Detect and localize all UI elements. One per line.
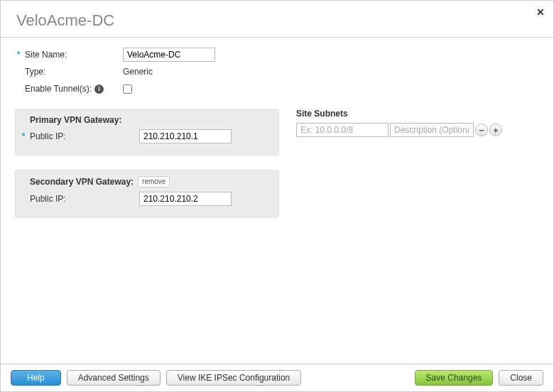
primary-ip-row: * Public IP: — [16, 129, 273, 143]
site-name-label: Site Name: — [25, 50, 67, 60]
footer-bar: Help Advanced Settings View IKE IPSec Co… — [1, 364, 553, 391]
remove-secondary-button[interactable]: remove — [138, 176, 170, 187]
info-icon[interactable]: i — [94, 85, 104, 94]
close-icon[interactable]: ✕ — [535, 6, 546, 18]
save-button[interactable]: Save Changes — [415, 370, 494, 386]
enable-tunnels-checkbox[interactable] — [123, 85, 132, 94]
add-subnet-button[interactable]: + — [489, 124, 502, 136]
secondary-gateway-panel: Secondary VPN Gateway: remove Public IP: — [15, 170, 279, 218]
dialog: VeloAcme-DC ✕ * Site Name: Type: Generic — [0, 0, 554, 392]
gateways-column: Primary VPN Gateway: * Public IP: — [15, 109, 279, 232]
view-ike-button[interactable]: View IKE IPSec Configuration — [166, 370, 302, 386]
help-button[interactable]: Help — [11, 370, 61, 386]
subnets-column: Site Subnets − + — [296, 109, 539, 137]
type-label: Type: — [25, 67, 45, 77]
content-area: * Site Name: Type: Generic Enable Tunnel… — [1, 38, 553, 364]
subnets-title: Site Subnets — [296, 109, 539, 119]
primary-ip-input[interactable] — [139, 129, 232, 143]
enable-tunnels-label: Enable Tunnel(s): — [25, 84, 92, 94]
page-title: VeloAcme-DC — [16, 11, 539, 30]
enable-tunnels-row: Enable Tunnel(s): i — [15, 82, 539, 96]
primary-gateway-title: Primary VPN Gateway: — [30, 115, 121, 125]
subnet-row: − + — [296, 123, 539, 137]
secondary-ip-row: Public IP: — [16, 192, 273, 206]
remove-subnet-button[interactable]: − — [475, 124, 488, 136]
secondary-ip-input[interactable] — [139, 192, 232, 206]
subnet-ip-input[interactable] — [296, 123, 389, 137]
subnet-desc-input[interactable] — [390, 123, 474, 137]
site-name-row: * Site Name: — [15, 48, 539, 62]
site-name-input[interactable] — [123, 48, 215, 62]
close-button[interactable]: Close — [499, 370, 543, 386]
type-value: Generic — [123, 67, 153, 77]
secondary-gateway-title: Secondary VPN Gateway: — [30, 177, 134, 187]
primary-gateway-panel: Primary VPN Gateway: * Public IP: — [15, 109, 279, 156]
secondary-ip-label: Public IP: — [30, 194, 66, 204]
primary-ip-label: Public IP: — [30, 131, 66, 141]
two-column-area: Primary VPN Gateway: * Public IP: — [15, 109, 539, 232]
required-asterisk-icon: * — [15, 50, 22, 60]
titlebar: VeloAcme-DC ✕ — [1, 1, 553, 38]
required-asterisk-icon: * — [20, 131, 27, 141]
advanced-settings-button[interactable]: Advanced Settings — [67, 370, 161, 386]
type-row: Type: Generic — [15, 65, 539, 79]
